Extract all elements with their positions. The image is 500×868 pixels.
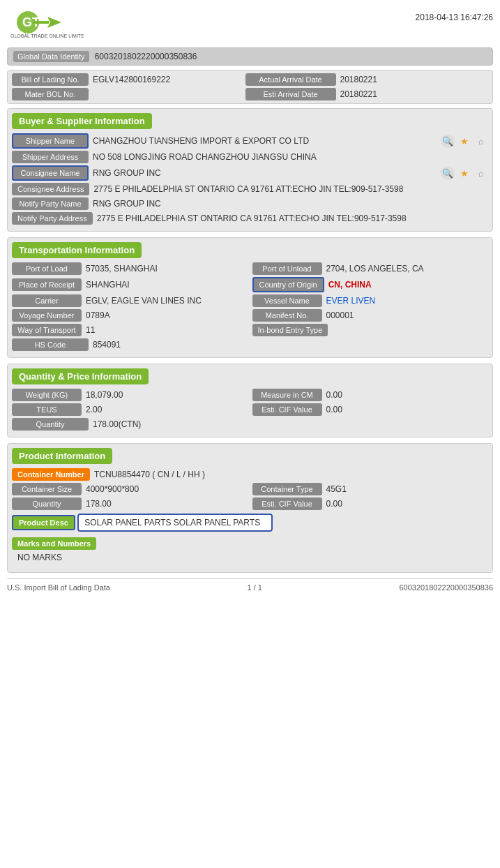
weight-label: Weight (KG): [12, 389, 82, 401]
country-origin-label: Country of Origin: [252, 277, 324, 292]
quantity-price-section: Quantity & Price Information Weight (KG)…: [7, 364, 493, 437]
teus-half: TEUS 2.00: [12, 403, 248, 416]
consignee-name-label: Consignee Name: [12, 165, 89, 181]
esti-cif-half: Esti. CIF Value 0.00: [252, 403, 489, 416]
logo: G T GLOBAL TRADE ONLINE LIMITED: [7, 7, 84, 42]
page-footer: U.S. Import Bill of Lading Data 1 / 1 60…: [7, 578, 493, 592]
shipper-name-row: Shipper Name CHANGZHOU TIANSHENG IMPORT …: [12, 133, 488, 149]
shipper-star-icon[interactable]: ★: [457, 134, 471, 148]
qp-esti-cif-value: 0.00: [326, 405, 489, 414]
hs-code-value: 854091: [93, 340, 488, 350]
hs-code-label: HS Code: [12, 338, 89, 351]
notify-party-name-value: RNG GROUP INC: [93, 199, 488, 209]
way-transport-value: 11: [86, 325, 248, 335]
svg-text:G: G: [22, 15, 32, 29]
container-number-value: TCNU8854470 ( CN / L / HH ): [94, 470, 488, 479]
bol-grid: Bill of Lading No. EGLV142800169222 Actu…: [7, 70, 493, 104]
header: G T GLOBAL TRADE ONLINE LIMITED 2018-04-…: [7, 7, 493, 42]
buyer-supplier-title: Buyer & Supplier Information: [12, 113, 152, 129]
container-number-row: Container Number TCNU8854470 ( CN / L / …: [12, 468, 488, 481]
marks-container: Marks and Numbers NO MARKS: [12, 537, 488, 565]
notify-party-name-label: Notify Party Name: [12, 197, 89, 210]
master-bol-row: Mater BOL No. Esti Arrival Date 20180221: [12, 88, 488, 100]
manifest-half: Manifest No. 000001: [252, 309, 489, 322]
voyage-value: 0789A: [86, 310, 248, 320]
measure-label: Measure in CM: [252, 389, 322, 401]
consignee-search-icon[interactable]: 🔍: [441, 166, 455, 180]
container-number-label: Container Number: [12, 468, 90, 481]
consignee-address-label: Consignee Address: [12, 183, 89, 195]
container-size-label: Container Size: [12, 483, 82, 495]
carrier-label: Carrier: [12, 294, 82, 307]
identity-bar: Global Data Identity 6003201802220000350…: [7, 47, 493, 66]
hs-code-row: HS Code 854091: [12, 338, 488, 351]
measure-value: 0.00: [326, 390, 489, 400]
pi-qty-half: Quantity 178.00: [12, 497, 248, 510]
port-load-half: Port of Load 57035, SHANGHAI: [12, 262, 248, 275]
voyage-label: Voyage Number: [12, 309, 82, 322]
qp-quantity-row: Quantity 178.00(CTN): [12, 418, 488, 431]
qp-quantity-value: 178.00(CTN): [93, 419, 488, 429]
product-info-title: Product Information: [12, 448, 112, 464]
place-receipt-label: Place of Receipt: [12, 278, 82, 291]
teus-label: TEUS: [12, 403, 82, 416]
master-bol-label: Mater BOL No.: [12, 88, 89, 100]
vessel-half: Vessel Name EVER LIVEN: [252, 294, 489, 307]
way-transport-label: Way of Transport: [12, 324, 82, 336]
container-type-value: 45G1: [326, 484, 489, 494]
measure-half: Measure in CM 0.00: [252, 389, 489, 401]
country-origin-value: CN, CHINA: [328, 280, 488, 290]
bol-label: Bill of Lading No.: [12, 73, 89, 86]
carrier-half: Carrier EGLV, EAGLE VAN LINES INC: [12, 294, 248, 307]
notify-party-address-value: 2775 E PHILADELPHIA ST ONTARIO CA 91761 …: [97, 214, 488, 223]
svg-text:GLOBAL TRADE ONLINE LIMITED: GLOBAL TRADE ONLINE LIMITED: [10, 33, 84, 38]
svg-marker-3: [47, 17, 61, 28]
transportation-section: Transportation Information Port of Load …: [7, 237, 493, 358]
consignee-star-icon[interactable]: ★: [457, 166, 471, 180]
identity-label: Global Data Identity: [13, 51, 89, 62]
pi-cif-half: Esti. CIF Value 0.00: [252, 497, 489, 510]
consignee-address-row: Consignee Address 2775 E PHILADELPHIA ST…: [12, 183, 488, 195]
bol-row: Bill of Lading No. EGLV142800169222 Actu…: [12, 73, 488, 86]
shipper-name-value: CHANGZHOU TIANSHENG IMPORT & EXPORT CO L…: [93, 136, 434, 146]
quantity-price-title: Quantity & Price Information: [12, 368, 149, 384]
port-load-value: 57035, SHANGHAI: [86, 264, 248, 274]
actual-arrival-label: Actual Arrival Date: [245, 73, 336, 86]
footer-left: U.S. Import Bill of Lading Data: [7, 583, 110, 592]
product-desc-button[interactable]: Product Desc: [12, 515, 75, 530]
transport-half: Way of Transport 11: [12, 324, 248, 336]
port-row: Port of Load 57035, SHANGHAI Port of Unl…: [12, 262, 488, 275]
port-load-label: Port of Load: [12, 262, 82, 275]
shipper-icons: 🔍 ★ ⌂: [441, 134, 488, 148]
shipper-address-label: Shipper Address: [12, 151, 89, 163]
carrier-vessel-row: Carrier EGLV, EAGLE VAN LINES INC Vessel…: [12, 294, 488, 307]
shipper-name-label: Shipper Name: [12, 133, 89, 149]
svg-rect-4: [33, 21, 49, 24]
vessel-value: EVER LIVEN: [326, 296, 489, 306]
container-type-label: Container Type: [252, 483, 322, 495]
receipt-origin-row: Place of Receipt SHANGHAI Country of Ori…: [12, 277, 488, 292]
pi-quantity-label: Quantity: [12, 497, 82, 510]
manifest-value: 000001: [326, 310, 489, 320]
notify-party-address-row: Notify Party Address 2775 E PHILADELPHIA…: [12, 212, 488, 225]
marks-label: Marks and Numbers: [12, 537, 96, 550]
qp-esti-cif-label: Esti. CIF Value: [252, 403, 322, 416]
shipper-home-icon[interactable]: ⌂: [474, 134, 488, 148]
product-desc-container: Product Desc SOLAR PANEL PARTS SOLAR PAN…: [12, 512, 488, 534]
pi-esti-cif-value: 0.00: [326, 499, 489, 509]
qp-quantity-label: Quantity: [12, 418, 89, 431]
consignee-name-value: RNG GROUP INC: [93, 168, 434, 178]
notify-party-name-row: Notify Party Name RNG GROUP INC: [12, 197, 488, 210]
buyer-supplier-section: Buyer & Supplier Information Shipper Nam…: [7, 108, 493, 232]
vessel-label: Vessel Name: [252, 294, 322, 307]
notify-party-address-label: Notify Party Address: [12, 212, 93, 225]
shipper-search-icon[interactable]: 🔍: [441, 134, 455, 148]
product-info-section: Product Information Container Number TCN…: [7, 443, 493, 573]
teus-cif-row: TEUS 2.00 Esti. CIF Value 0.00: [12, 403, 488, 416]
container-size-value: 4000*900*800: [86, 484, 248, 494]
footer-page: 1 / 1: [247, 583, 262, 592]
consignee-home-icon[interactable]: ⌂: [474, 166, 488, 180]
consignee-icons: 🔍 ★ ⌂: [441, 166, 488, 180]
port-unload-label: Port of Unload: [252, 262, 322, 275]
shipper-address-row: Shipper Address NO 508 LONGJING ROAD CHA…: [12, 151, 488, 163]
